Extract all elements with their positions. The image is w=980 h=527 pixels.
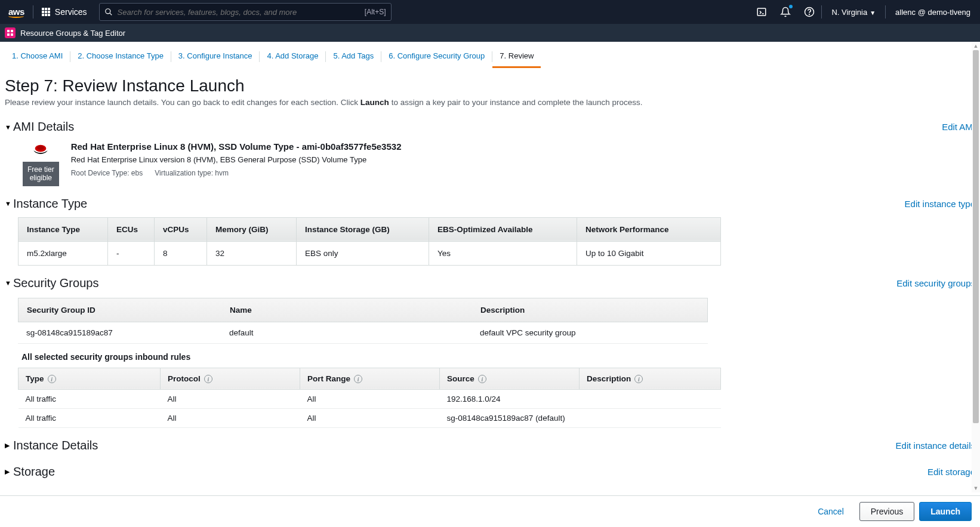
th-description: Descriptioni	[580, 368, 721, 389]
content: ▲ ▼ 1. Choose AMI 2. Choose Instance Typ…	[0, 42, 980, 521]
table-row: sg-08148ca915189ac87 default default VPC…	[18, 322, 708, 344]
section-storage: ▶ Storage Edit storage	[0, 459, 980, 485]
previous-button[interactable]: Previous	[859, 502, 914, 521]
svg-rect-6	[7, 30, 10, 32]
section-title-security-groups: Security Groups	[13, 276, 98, 290]
redhat-icon	[32, 141, 49, 158]
account-menu[interactable]: allenc @ demo-tlveng	[886, 8, 980, 17]
section-title-ami: AMI Details	[13, 120, 74, 134]
grid-icon	[42, 8, 50, 16]
user-label: allenc @ demo-tlveng	[895, 8, 970, 17]
svg-point-5	[809, 14, 810, 15]
wizard-tabs: 1. Choose AMI 2. Choose Instance Type 3.…	[0, 42, 980, 68]
caret-down-icon: ▼	[870, 10, 876, 16]
th-sg-name: Name	[221, 298, 472, 322]
resource-groups-icon	[5, 27, 16, 38]
page-description: Please review your instance launch detai…	[0, 97, 980, 114]
expand-caret-icon[interactable]: ▶	[5, 468, 13, 476]
th-instance-type: Instance Type	[19, 217, 108, 241]
collapse-caret-icon[interactable]: ▼	[5, 124, 13, 131]
aws-logo-text: aws	[8, 7, 24, 17]
ami-virt-type: Virtualization type: hvm	[155, 169, 229, 177]
th-network: Network Performance	[577, 217, 721, 241]
wizard-tab-instance-type[interactable]: 2. Choose Instance Type	[70, 48, 171, 68]
free-tier-badge: Free tiereligible	[23, 162, 59, 186]
th-type: Typei	[19, 368, 161, 389]
edit-security-groups-link[interactable]: Edit security groups	[896, 278, 975, 288]
ami-metadata: Root Device Type: ebs Virtualization typ…	[71, 169, 966, 177]
help-button[interactable]	[797, 0, 821, 24]
cloudshell-button[interactable]	[750, 0, 773, 24]
sg-table-header: Security Group ID Name Description	[18, 298, 708, 322]
page-title: Step 7: Review Instance Launch	[0, 68, 980, 97]
ami-description: Red Hat Enterprise Linux version 8 (HVM)…	[71, 155, 966, 164]
service-subheader: Resource Groups & Tag Editor	[0, 24, 980, 42]
wizard-tab-review[interactable]: 7. Review	[492, 48, 541, 68]
ami-root-device: Root Device Type: ebs	[71, 169, 143, 177]
aws-logo[interactable]: aws	[0, 7, 33, 18]
collapse-caret-icon[interactable]: ▼	[5, 279, 13, 286]
th-port-range: Port Rangei	[300, 368, 440, 389]
info-icon[interactable]: i	[354, 375, 362, 383]
edit-ami-link[interactable]: Edit AMI	[942, 122, 975, 132]
th-source: Sourcei	[440, 368, 580, 389]
section-title-storage: Storage	[13, 465, 55, 479]
scroll-down-icon[interactable]: ▼	[972, 484, 980, 492]
search-box[interactable]: [Alt+S]	[99, 3, 392, 21]
th-protocol: Protocoli	[161, 368, 300, 389]
section-ami-details: ▼ AMI Details Edit AMI Free tiereligible…	[0, 114, 980, 191]
th-storage: Instance Storage (GB)	[297, 217, 429, 241]
cancel-button[interactable]: Cancel	[807, 502, 855, 521]
wizard-tab-choose-ami[interactable]: 1. Choose AMI	[5, 48, 70, 68]
table-row: All traffic All All 192.168.1.0/24	[19, 389, 721, 408]
scroll-up-icon[interactable]: ▲	[972, 42, 980, 50]
info-icon[interactable]: i	[634, 375, 643, 383]
section-instance-details: ▶ Instance Details Edit instance details	[0, 433, 980, 459]
edit-storage-link[interactable]: Edit storage	[927, 467, 975, 477]
table-row: m5.2xlarge - 8 32 EBS only Yes Up to 10 …	[19, 241, 721, 265]
aws-header: aws Services [Alt+S] N. Virginia▼ allenc…	[0, 0, 980, 24]
svg-line-1	[110, 13, 112, 15]
notifications-button[interactable]	[773, 0, 797, 24]
search-input[interactable]	[118, 8, 365, 17]
section-title-instance-type: Instance Type	[13, 197, 87, 211]
wizard-tab-configure-instance[interactable]: 3. Configure Instance	[171, 48, 260, 68]
table-row: All traffic All All sg-08148ca915189ac87…	[19, 408, 721, 427]
svg-rect-9	[11, 33, 13, 36]
th-sg-desc: Description	[472, 298, 707, 322]
th-sg-id: Security Group ID	[19, 298, 221, 322]
services-label: Services	[55, 7, 87, 17]
instance-type-table: Instance Type ECUs vCPUs Memory (GiB) In…	[18, 217, 721, 266]
wizard-tab-add-storage[interactable]: 4. Add Storage	[260, 48, 325, 68]
svg-point-11	[38, 146, 45, 150]
launch-button[interactable]: Launch	[919, 502, 972, 521]
expand-caret-icon[interactable]: ▶	[5, 442, 13, 449]
wizard-tab-add-tags[interactable]: 5. Add Tags	[326, 48, 381, 68]
inbound-rules-title: All selected security groups inbound rul…	[18, 344, 708, 368]
section-title-instance-details: Instance Details	[13, 439, 98, 452]
search-icon	[104, 8, 113, 16]
th-vcpus: vCPUs	[155, 217, 207, 241]
services-menu-button[interactable]: Services	[33, 7, 95, 17]
inbound-rules-table: Typei Protocoli Port Rangei Sourcei Desc…	[18, 368, 721, 428]
edit-instance-type-link[interactable]: Edit instance type	[905, 199, 975, 209]
wizard-tab-security-group[interactable]: 6. Configure Security Group	[381, 48, 492, 68]
section-instance-type: ▼ Instance Type Edit instance type Insta…	[0, 191, 980, 270]
scrollbar[interactable]: ▲ ▼	[972, 42, 980, 492]
notification-dot-icon	[789, 5, 793, 8]
svg-rect-7	[11, 30, 13, 32]
th-ecus: ECUs	[108, 217, 155, 241]
svg-point-0	[105, 9, 110, 14]
collapse-caret-icon[interactable]: ▼	[5, 200, 13, 207]
search-shortcut-hint: [Alt+S]	[365, 8, 386, 16]
region-selector[interactable]: N. Virginia▼	[822, 8, 885, 17]
footer-action-bar: Cancel Previous Launch	[0, 495, 980, 521]
svg-rect-8	[7, 33, 10, 36]
info-icon[interactable]: i	[48, 375, 56, 383]
info-icon[interactable]: i	[204, 375, 212, 383]
edit-instance-details-link[interactable]: Edit instance details	[896, 440, 975, 451]
th-ebs-opt: EBS-Optimized Available	[429, 217, 577, 241]
svg-rect-2	[758, 8, 766, 16]
info-icon[interactable]: i	[478, 375, 486, 383]
subheader-text[interactable]: Resource Groups & Tag Editor	[20, 29, 125, 38]
